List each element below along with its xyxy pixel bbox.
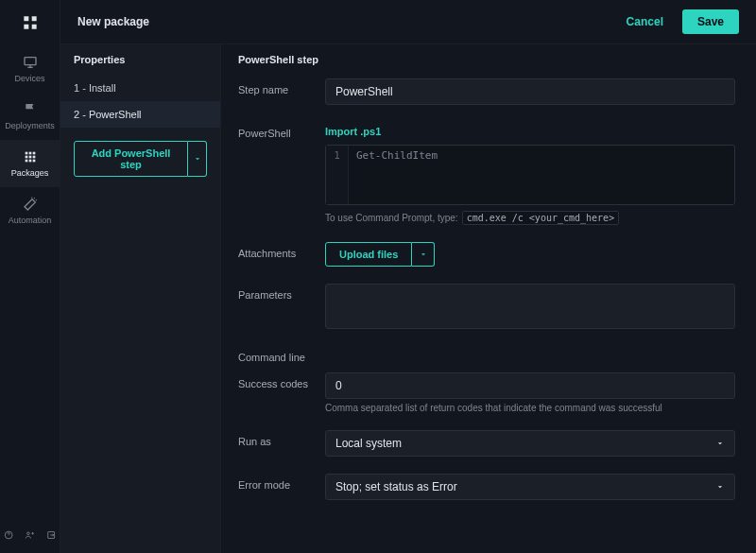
app-sidebar: Devices Deployments Packages Automation bbox=[0, 0, 60, 553]
chevron-down-icon bbox=[419, 250, 428, 259]
nav-deployments[interactable]: Deployments bbox=[0, 93, 60, 140]
chevron-down-icon bbox=[193, 154, 202, 164]
svg-rect-5 bbox=[32, 152, 35, 155]
svg-rect-7 bbox=[28, 156, 31, 159]
step-item-powershell[interactable]: 2 - PowerShell bbox=[60, 101, 220, 128]
success-codes-label: Success codes bbox=[238, 372, 325, 413]
page-title: New package bbox=[77, 15, 615, 28]
properties-heading: Properties bbox=[60, 44, 220, 75]
line-number: 1 bbox=[326, 146, 349, 204]
main-panel: New package Cancel Save Properties 1 - I… bbox=[60, 0, 756, 553]
import-ps1-link[interactable]: Import .ps1 bbox=[325, 122, 381, 145]
add-step-dropdown[interactable] bbox=[188, 141, 207, 177]
svg-rect-11 bbox=[32, 160, 35, 163]
nav-label: Deployments bbox=[5, 121, 55, 130]
logo bbox=[0, 0, 60, 45]
success-codes-input[interactable] bbox=[325, 372, 735, 399]
nav-label: Devices bbox=[14, 74, 44, 83]
step-name-input[interactable] bbox=[325, 78, 735, 105]
wand-icon bbox=[23, 197, 38, 212]
code-content[interactable]: Get-ChildItem bbox=[349, 146, 734, 204]
command-line-label: Command line bbox=[238, 346, 325, 363]
form-title: PowerShell step bbox=[238, 54, 735, 78]
svg-rect-9 bbox=[25, 160, 27, 163]
form-panel: PowerShell step Step name PowerShell Imp… bbox=[221, 44, 756, 553]
svg-rect-3 bbox=[25, 152, 27, 155]
flag-icon bbox=[23, 102, 38, 117]
cmd-hint-code: cmd.exe /c <your_cmd_here> bbox=[462, 211, 620, 225]
svg-rect-6 bbox=[25, 156, 27, 159]
svg-rect-4 bbox=[28, 152, 31, 155]
success-codes-helper: Comma separated list of return codes tha… bbox=[325, 403, 735, 413]
steps-panel: Properties 1 - Install 2 - PowerShell Ad… bbox=[60, 44, 221, 553]
upload-files-button[interactable]: Upload files bbox=[325, 242, 412, 267]
nav-label: Packages bbox=[11, 168, 49, 178]
grid-icon bbox=[23, 149, 38, 164]
error-mode-select[interactable]: Stop; set status as Error bbox=[325, 474, 735, 500]
upload-dropdown[interactable] bbox=[412, 242, 435, 267]
cancel-button[interactable]: Cancel bbox=[615, 9, 675, 34]
svg-rect-10 bbox=[28, 160, 31, 163]
run-as-select[interactable]: Local system bbox=[325, 430, 735, 457]
error-mode-label: Error mode bbox=[238, 474, 325, 500]
run-as-label: Run as bbox=[238, 430, 325, 457]
step-name-label: Step name bbox=[238, 78, 325, 105]
help-icon[interactable] bbox=[4, 528, 13, 542]
run-as-value: Local system bbox=[335, 437, 402, 450]
nav-devices[interactable]: Devices bbox=[0, 45, 60, 93]
save-button[interactable]: Save bbox=[682, 9, 739, 34]
error-mode-value: Stop; set status as Error bbox=[335, 480, 457, 493]
nav-automation[interactable]: Automation bbox=[0, 187, 60, 234]
monitor-icon bbox=[23, 55, 38, 70]
add-user-icon[interactable] bbox=[25, 528, 34, 542]
add-step-button[interactable]: Add PowerShell step bbox=[74, 141, 188, 177]
svg-point-13 bbox=[27, 532, 30, 535]
svg-rect-8 bbox=[32, 156, 35, 159]
nav-packages[interactable]: Packages bbox=[0, 140, 60, 187]
header: New package Cancel Save bbox=[60, 0, 756, 44]
parameters-input[interactable] bbox=[325, 284, 735, 329]
exit-icon[interactable] bbox=[46, 528, 56, 542]
code-editor[interactable]: 1 Get-ChildItem bbox=[325, 145, 735, 205]
chevron-down-icon bbox=[715, 482, 725, 492]
attachments-label: Attachments bbox=[238, 242, 325, 267]
nav-label: Automation bbox=[9, 216, 52, 225]
step-item-install[interactable]: 1 - Install bbox=[60, 75, 220, 101]
svg-rect-0 bbox=[25, 58, 36, 65]
cmd-hint-text: To use Command Prompt, type: bbox=[325, 213, 458, 223]
chevron-down-icon bbox=[715, 439, 725, 448]
powershell-label: PowerShell bbox=[238, 122, 325, 225]
parameters-label: Parameters bbox=[238, 284, 325, 329]
